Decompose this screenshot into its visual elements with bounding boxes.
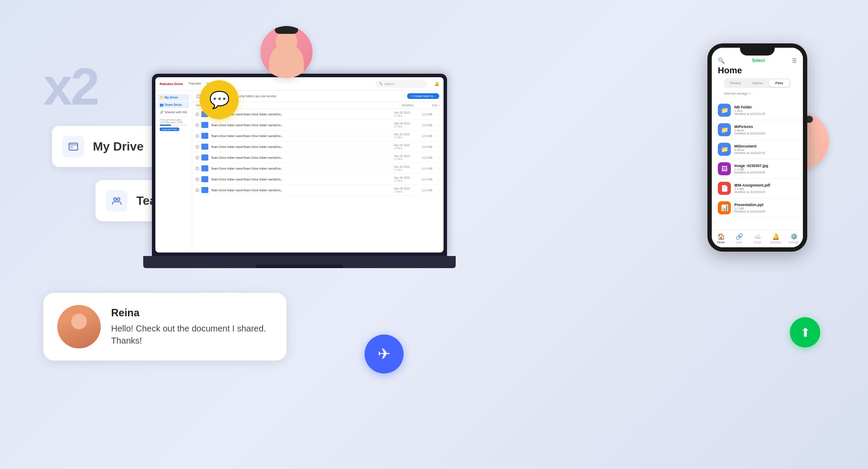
phone-file-meta: 1 itemModified at 2023/01/05 — [734, 109, 797, 115]
rd-file-name: Team Drive folder nameTeam Drive folder … — [211, 145, 391, 148]
rd-file-name: Team Drive folder nameTeam Drive folder … — [211, 178, 391, 181]
rd-row-menu-icon[interactable]: ⋮ — [437, 123, 440, 127]
rd-row-menu-icon[interactable]: ⋮ — [437, 167, 440, 171]
phone-cloud-icon: ☁️ — [754, 233, 761, 240]
rd-sidebar-my-drive[interactable]: 📁 My Drive — [158, 94, 189, 101]
rd-row-checkbox[interactable] — [196, 145, 199, 148]
my-drive-label: My Drive — [93, 140, 144, 154]
rd-file-date: Nov 30 20223 Files — [394, 154, 417, 161]
phone-tabs: Photos Videos Files — [724, 78, 791, 88]
phone-file-info: Presentation.ppt 1.3 MBModified at 2023/… — [734, 203, 797, 213]
rd-row-checkbox[interactable] — [196, 124, 199, 127]
rd-row-checkbox[interactable] — [196, 134, 199, 138]
rd-file-size: 12.4 MB — [419, 156, 432, 159]
rd-body: 📁 My Drive 👥 Team Drive 🔗 Shared with Me… — [155, 91, 444, 253]
send-icon-circle[interactable]: ✈ — [365, 335, 404, 374]
rd-row-checkbox[interactable] — [196, 167, 199, 170]
rd-file-icon — [201, 133, 208, 139]
phone-file-info: IBM-Assignment.pdf 1.3 MBModified at 202… — [734, 183, 797, 194]
phone-tab-videos[interactable]: Videos — [747, 79, 768, 87]
my-drive-icon — [62, 136, 84, 157]
phone-file-item[interactable]: 📊 Presentation.ppt 1.3 MBModified at 202… — [715, 198, 799, 218]
phone-file-meta: 1.3 MBModified at 2023/04/05 — [734, 207, 797, 213]
rd-file-name: Team Drive folder nameTeam Drive folder … — [211, 156, 391, 159]
rd-table-row[interactable]: Team Drive folder nameTeam Drive folder … — [192, 131, 444, 141]
rd-table-row[interactable]: Team Drive folder nameTeam Drive folder … — [192, 163, 444, 174]
phone-file-item[interactable]: 📁 MiDocument 5 itemsModified at 2023/02/… — [715, 140, 799, 159]
rd-file-size: 12.4 MB — [419, 178, 432, 181]
phone-file-item[interactable]: 📁 NB Folder 1 itemModified at 2023/01/05 — [715, 101, 799, 120]
team-drive-icon — [106, 190, 128, 212]
rd-notification-icon[interactable]: 🔔 — [434, 82, 439, 86]
rd-row-menu-icon[interactable]: ⋮ — [437, 177, 440, 181]
rd-row-checkbox[interactable] — [196, 113, 199, 116]
phone-tab-photos[interactable]: Photos — [725, 79, 746, 87]
upload-fab[interactable]: ⬆ — [790, 317, 820, 348]
rd-file-size: 12.4 MB — [419, 124, 432, 127]
rd-file-name: Team Drive folder nameTeam Drive folder … — [211, 113, 391, 116]
phone-nav-bar: 🏠 Home 🔗 Links ☁️ Cloud 🔔 Activities ⚙️ — [712, 230, 803, 247]
phone-file-type-icon: 📊 — [718, 201, 731, 214]
rd-row-checkbox[interactable] — [196, 156, 199, 159]
rd-row-menu-icon[interactable]: ⋮ — [437, 112, 440, 116]
rd-row-checkbox[interactable] — [196, 189, 199, 192]
phone-file-meta: 2 itemsModified at 2023/02/03 — [734, 129, 797, 135]
rd-col-modified: Modified — [402, 104, 424, 107]
upload-icon: ⬆ — [800, 325, 810, 340]
phone-home-icon: 🏠 — [717, 233, 725, 240]
rd-file-date: Nov 30 20223 Files — [394, 111, 417, 117]
rd-sidebar-shared[interactable]: 🔗 Shared with Me — [158, 109, 189, 115]
rd-sidebar-bottom: Free personal plan 125,589 used / 3TB Up… — [158, 116, 189, 133]
phone-search-icon[interactable]: 🔍 — [718, 57, 725, 64]
rd-sidebar-team-drive[interactable]: 👥 Team Drive — [158, 102, 189, 108]
rd-table-row[interactable]: Team Drive folder nameTeam Drive folder … — [192, 120, 444, 131]
phone-content: 🔍 Select ☰ Home Photos Videos Files Inte… — [712, 48, 803, 247]
phone-file-item[interactable]: 📁 MiPictures 2 itemsModified at 2023/02/… — [715, 120, 799, 140]
chat-avatar — [57, 305, 101, 348]
rd-file-size: 12.4 MB — [419, 189, 432, 192]
rd-row-menu-icon[interactable]: ⋮ — [437, 134, 440, 138]
rd-nav-transfer[interactable]: Transfer — [188, 82, 201, 86]
rd-search[interactable]: 🔍 Search — [375, 80, 427, 88]
laptop-container: Rakuten Drive Transfer Cloud 🔍 Search 🔔 … — [152, 74, 456, 268]
phone-breadcrumb[interactable]: Internal storage > — [718, 91, 797, 96]
rd-file-icon — [201, 176, 208, 182]
phone-file-item[interactable]: 🖼 Image -0230307.jpg 1.3 MBModified at 2… — [715, 159, 799, 179]
svg-rect-1 — [70, 146, 73, 148]
rd-row-menu-icon[interactable]: ⋮ — [437, 188, 440, 192]
x2-decoration: x2 — [43, 56, 98, 116]
svg-point-3 — [117, 198, 120, 200]
rd-row-checkbox[interactable] — [196, 178, 199, 181]
message-icon: 💬 — [209, 90, 230, 109]
phone-cloud-label: Cloud — [754, 241, 761, 244]
phone-file-type-icon: 📁 — [718, 143, 731, 156]
phone-file-name: NB Folder — [734, 105, 797, 109]
phone-nav-activities[interactable]: 🔔 Activities — [766, 233, 785, 244]
rd-table-row[interactable]: Team Drive folder nameTeam Drive folder … — [192, 152, 444, 163]
phone-header: 🔍 Select ☰ Home Photos Videos Files Inte… — [712, 48, 803, 101]
rd-file-date: Nov 30 20223 Files — [394, 165, 417, 171]
rd-progress-bar — [160, 125, 187, 126]
rd-upgrade-btn[interactable]: Upgrade Plan — [160, 128, 179, 131]
phone-tab-files[interactable]: Files — [769, 79, 789, 87]
rd-table-row[interactable]: Team Drive folder nameTeam Drive folder … — [192, 185, 444, 196]
rd-table-row[interactable]: Team Drive folder nameTeam Drive folder … — [192, 174, 444, 185]
rd-row-menu-icon[interactable]: ⋮ — [437, 156, 440, 160]
phone-nav-home[interactable]: 🏠 Home — [712, 233, 730, 244]
phone-file-item[interactable]: 📄 IBM-Assignment.pdf 1.3 MBModified at 2… — [715, 179, 799, 198]
phone-nav-cloud[interactable]: ☁️ Cloud — [748, 233, 766, 244]
rd-row-menu-icon[interactable]: ⋮ — [437, 145, 440, 149]
rd-file-icon — [201, 144, 208, 150]
phone-nav-links[interactable]: 🔗 Links — [730, 233, 748, 244]
phone-nav-settings[interactable]: ⚙️ Settings — [785, 233, 803, 244]
phone-menu-icon[interactable]: ☰ — [792, 58, 797, 64]
phone-title: Home — [718, 66, 797, 75]
phone-file-info: MiPictures 2 itemsModified at 2023/02/03 — [734, 125, 797, 135]
rd-file-date: Nov 30 20223 Files — [394, 176, 417, 182]
phone-select-btn[interactable]: Select — [752, 58, 765, 63]
svg-point-2 — [114, 198, 116, 200]
rd-create-btn[interactable]: + Create team fo... — [407, 93, 439, 99]
rd-file-name: Team Drive folder nameTeam Drive folder … — [211, 124, 391, 127]
rd-table-row[interactable]: Team Drive folder nameTeam Drive folder … — [192, 141, 444, 152]
rd-col-size: Size ↕ — [424, 104, 440, 107]
